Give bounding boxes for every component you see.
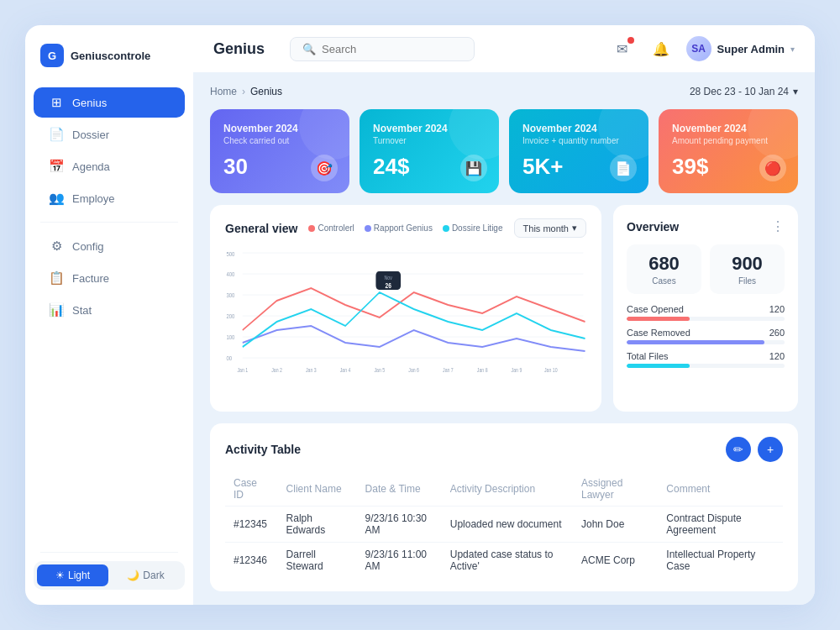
svg-text:400: 400: [226, 270, 234, 277]
table-cell: 9/23/16 11:00 AM: [357, 543, 442, 579]
table-cell: Updated case status to Active': [442, 543, 573, 579]
svg-text:Jan 9: Jan 9: [512, 366, 522, 373]
sun-icon: ☀: [55, 570, 65, 581]
chart-header: General view Controlerl Rapport Genius D…: [225, 218, 586, 238]
chevron-down-icon: ▾: [793, 86, 798, 97]
search-input[interactable]: [322, 43, 462, 55]
legend-label: Dossire Litige: [452, 223, 503, 233]
logo-icon: G: [40, 44, 64, 67]
stat-icon: 📄: [610, 155, 637, 181]
progress-label: Case Removed: [627, 328, 690, 338]
dossier-icon: 📄: [49, 127, 64, 142]
stat-desc: Turnover: [373, 136, 486, 145]
mail-btn[interactable]: ✉: [609, 35, 636, 62]
table-cell: Intellectual Property Case: [658, 543, 783, 579]
theme-toggle: ☀ Light 🌙 Dark: [34, 561, 185, 590]
overview-card: Overview ⋮ 680 Cases 900 Files: [613, 205, 798, 412]
svg-text:300: 300: [226, 291, 234, 298]
chevron-down-icon: ▾: [790, 45, 795, 54]
svg-text:Jan 7: Jan 7: [443, 366, 454, 373]
sidebar-item-dossier[interactable]: 📄 Dossier: [34, 119, 185, 150]
chevron-down-icon: ▾: [572, 223, 577, 234]
facture-icon: 📋: [49, 270, 64, 286]
stat-bg-circle: [598, 109, 648, 160]
cases-label: Cases: [633, 276, 695, 286]
progress-value: 120: [769, 351, 785, 361]
table-cell: Ralph Edwards: [278, 507, 357, 543]
stat-month: November 2024: [373, 123, 486, 134]
column-header: Assigned Lawyer: [573, 472, 658, 507]
stat-card-3: November 2024 Amount pending payment 39$…: [659, 109, 798, 193]
sidebar: G Geniuscontrole ⊞ Genius📄 Dossier📅 Agen…: [25, 25, 193, 605]
table-row: #12345Ralph Edwards9/23/16 10:30 AMUploa…: [225, 507, 783, 543]
svg-text:100: 100: [226, 333, 234, 340]
moon-icon: 🌙: [127, 570, 139, 581]
config-icon: ⚙: [49, 239, 64, 254]
notification-btn[interactable]: 🔔: [648, 35, 675, 62]
progress-item: Case Opened 120: [627, 304, 785, 321]
column-header: Date & Time: [357, 472, 442, 507]
stat-cards: November 2024 Check carried out 30 🎯 Nov…: [210, 109, 798, 193]
sidebar-divider: [40, 552, 178, 553]
add-button[interactable]: +: [758, 437, 783, 462]
activity-header: Activity Table ✏ +: [225, 437, 783, 462]
table-cell: ACME Corp: [573, 543, 658, 579]
stat-bg-circle: [748, 109, 798, 160]
mail-icon: ✉: [617, 41, 627, 57]
theme-dark-btn[interactable]: 🌙 Dark: [110, 564, 181, 586]
overview-stats: 680 Cases 900 Files: [627, 244, 785, 294]
stat-month: November 2024: [672, 123, 785, 134]
svg-text:200: 200: [226, 312, 234, 319]
stat-desc: Amount pending payment: [672, 136, 785, 145]
table-cell: John Doe: [573, 507, 658, 543]
sidebar-item-label: Dossier: [72, 129, 109, 141]
sidebar-item-config[interactable]: ⚙ Config: [34, 231, 185, 261]
stat-bg-circle: [449, 109, 499, 160]
svg-text:Jan 4: Jan 4: [340, 366, 351, 373]
edit-button[interactable]: ✏: [726, 437, 751, 462]
table-head: Case IDClient NameDate & TimeActivity De…: [225, 472, 783, 507]
overview-header: Overview ⋮: [627, 218, 785, 234]
progress-value: 120: [769, 304, 785, 314]
sidebar-item-employe[interactable]: 👥 Employe: [34, 183, 185, 213]
legend-item: Controlerl: [308, 223, 354, 233]
cases-value: 680: [633, 253, 695, 275]
progress-bar-bg: [627, 340, 785, 344]
breadcrumb-home[interactable]: Home: [210, 86, 237, 97]
table-cell: Darrell Steward: [278, 543, 357, 579]
sidebar-item-agenda[interactable]: 📅 Agenda: [34, 151, 185, 181]
stat-card-2: November 2024 Invoice + quantity number …: [509, 109, 648, 193]
date-range[interactable]: 28 Dec 23 - 10 Jan 24 ▾: [690, 86, 798, 97]
progress-item: Total Files 120: [627, 351, 785, 368]
progress-item: Case Removed 260: [627, 328, 785, 344]
legend-dot: [308, 225, 315, 232]
this-month-label: This month: [523, 223, 569, 234]
light-label: Light: [68, 570, 90, 581]
search-icon: 🔍: [302, 43, 316, 55]
user-info[interactable]: SA Super Admin ▾: [686, 36, 795, 61]
legend-item: Dossire Litige: [443, 223, 503, 233]
this-month-btn[interactable]: This month ▾: [514, 218, 586, 238]
progress-section: Case Opened 120 Case Removed 260 Total F…: [627, 304, 785, 368]
overview-title: Overview: [627, 220, 679, 234]
progress-label-row: Case Removed 260: [627, 328, 785, 338]
more-icon[interactable]: ⋮: [771, 218, 785, 234]
svg-text:Jan 5: Jan 5: [375, 366, 386, 373]
sidebar-item-stat[interactable]: 📊 Stat: [34, 295, 185, 325]
main-area: Genius 🔍 ✉ 🔔 SA Super Admin ▾: [193, 25, 815, 605]
progress-bar-bg: [627, 364, 785, 368]
sidebar-item-facture[interactable]: 📋 Facture: [34, 263, 185, 293]
breadcrumb-current: Genius: [250, 86, 282, 97]
sidebar-item-genius[interactable]: ⊞ Genius: [34, 87, 185, 118]
stat-icon: 📊: [49, 302, 64, 318]
activity-section: Activity Table ✏ + Case IDClient NameDat…: [210, 423, 798, 591]
svg-text:Nov: Nov: [385, 274, 393, 281]
bell-icon: 🔔: [653, 41, 669, 57]
legend-dot: [365, 225, 371, 232]
search-box[interactable]: 🔍: [290, 37, 475, 61]
progress-bar-bg: [627, 317, 785, 321]
theme-light-btn[interactable]: ☀ Light: [37, 564, 108, 586]
table-cell: 9/23/16 10:30 AM: [357, 507, 442, 543]
progress-label: Total Files: [627, 351, 669, 361]
svg-text:500: 500: [226, 250, 234, 257]
